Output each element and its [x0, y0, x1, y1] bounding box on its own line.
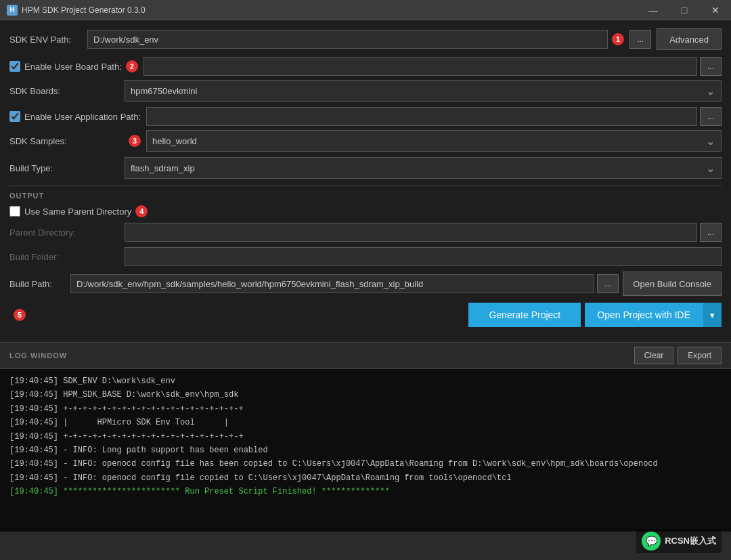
user-app-path-label: Enable User Application Path: [24, 112, 141, 122]
build-folder-label: Build Folder: [9, 252, 125, 262]
build-path-browse-button[interactable]: ... [597, 274, 619, 293]
open-build-console-button[interactable]: Open Build Console [623, 272, 722, 296]
parent-dir-input[interactable] [125, 223, 697, 242]
watermark-icon: 💬 [642, 532, 661, 551]
user-app-path-checkbox[interactable] [9, 111, 20, 122]
user-board-path-input[interactable] [143, 57, 697, 76]
build-type-row: Build Type: flash_sdram_xip [9, 157, 722, 179]
output-section-title: OUTPUT [9, 192, 722, 200]
sdk-samples-select[interactable]: hello_world [146, 130, 722, 152]
open-project-dropdown-button[interactable]: ▾ [703, 303, 722, 327]
app-icon: H [7, 5, 18, 16]
watermark: 💬 RCSN嵌入式 [636, 529, 722, 553]
build-path-label: Build Path: [9, 279, 70, 289]
log-line: [19:40:45] ************************ Run … [9, 485, 722, 498]
sdk-boards-row: SDK Boards: hpm6750evkmini [9, 80, 722, 102]
user-board-path-checkbox[interactable] [9, 61, 20, 72]
export-button[interactable]: Export [678, 347, 722, 364]
user-board-path-section: Enable User Board Path: 2 ... [9, 57, 722, 76]
parent-dir-browse-button[interactable]: ... [700, 223, 722, 242]
log-line: [19:40:45] | HPMicro SDK Env Tool | [9, 416, 722, 429]
user-board-path-label: Enable User Board Path: [24, 62, 122, 72]
log-content: [19:40:45] SDK_ENV D:\work\sdk_env[19:40… [0, 369, 731, 532]
log-line: [19:40:45] HPM_SDK_BASE D:\work\sdk_env\… [9, 388, 722, 402]
sdk-env-label: SDK ENV Path: [9, 35, 87, 45]
user-app-browse-button[interactable]: ... [700, 107, 722, 126]
sdk-samples-row: SDK Samples: 3 hello_world [9, 130, 722, 152]
user-board-browse-button[interactable]: ... [700, 57, 722, 76]
sdk-boards-label: SDK Boards: [9, 86, 125, 96]
output-divider [9, 186, 722, 186]
log-buttons: Clear Export [634, 347, 722, 364]
badge-1: 1 [612, 33, 624, 45]
sdk-env-browse-button[interactable]: ... [629, 30, 651, 49]
app-title: HPM SDK Project Generator 0.3.0 [22, 5, 146, 15]
log-window: LOG WINDOW Clear Export [19:40:45] SDK_E… [0, 342, 731, 532]
clear-button[interactable]: Clear [634, 347, 674, 364]
parent-dir-label: Parent Directory: [9, 228, 125, 238]
same-parent-dir-label: Use Same Parent Directory [24, 207, 131, 217]
build-path-row: Build Path: ... Open Build Console [9, 272, 722, 296]
sdk-boards-dropdown-wrapper: hpm6750evkmini [125, 80, 722, 102]
badge-2: 2 [126, 60, 138, 72]
sdk-boards-select[interactable]: hpm6750evkmini [125, 80, 722, 102]
minimize-button[interactable]: — [638, 0, 669, 20]
open-project-group: Open Project with IDE ▾ [585, 303, 722, 327]
log-header: LOG WINDOW Clear Export [0, 343, 731, 369]
badge-3: 3 [129, 135, 141, 147]
close-button[interactable]: ✕ [700, 0, 731, 20]
same-parent-dir-checkbox[interactable] [9, 206, 20, 217]
log-line: [19:40:45] - INFO: openocd config file h… [9, 457, 722, 471]
build-type-select[interactable]: flash_sdram_xip [125, 157, 722, 179]
maximize-button[interactable]: □ [669, 0, 700, 20]
open-project-button[interactable]: Open Project with IDE [585, 303, 703, 327]
same-parent-dir-row: Use Same Parent Directory 4 [9, 205, 722, 217]
build-folder-row: Build Folder: [9, 247, 722, 266]
generate-project-button[interactable]: Generate Project [468, 303, 581, 327]
sdk-samples-dropdown-wrapper: hello_world [146, 130, 722, 152]
window-controls: — □ ✕ [638, 0, 731, 20]
watermark-text: RCSN嵌入式 [665, 535, 716, 547]
badge-5: 5 [14, 309, 26, 321]
log-line: [19:40:45] SDK_ENV D:\work\sdk_env [9, 374, 722, 388]
build-folder-input[interactable] [125, 247, 722, 266]
sdk-env-input[interactable] [87, 30, 608, 49]
user-app-path-input[interactable] [146, 107, 697, 126]
log-line: [19:40:45] - INFO: Long path support has… [9, 444, 722, 457]
badge-4: 4 [135, 205, 148, 217]
build-type-dropdown-wrapper: flash_sdram_xip [125, 157, 722, 179]
advanced-button[interactable]: Advanced [657, 28, 722, 50]
action-row: 5 Generate Project Open Project with IDE… [9, 303, 722, 327]
sdk-samples-label: SDK Samples: [9, 136, 125, 146]
user-app-path-section: Enable User Application Path: ... [9, 107, 722, 126]
main-content: SDK ENV Path: 1 ... Advanced Enable User… [0, 20, 731, 342]
build-type-label: Build Type: [9, 163, 125, 173]
parent-dir-row: Parent Directory: ... [9, 223, 722, 242]
log-line: [19:40:45] - INFO: openocd config file c… [9, 471, 722, 485]
log-title: LOG WINDOW [9, 351, 67, 360]
log-line: [19:40:45] +-+-+-+-+-+-+-+-+-+-+-+-+-+-+… [9, 430, 722, 444]
build-path-input[interactable] [70, 274, 594, 293]
sdk-env-row: SDK ENV Path: 1 ... Advanced [9, 28, 722, 50]
log-line: [19:40:45] +-+-+-+-+-+-+-+-+-+-+-+-+-+-+… [9, 402, 722, 416]
title-bar: H HPM SDK Project Generator 0.3.0 — □ ✕ [0, 0, 731, 20]
